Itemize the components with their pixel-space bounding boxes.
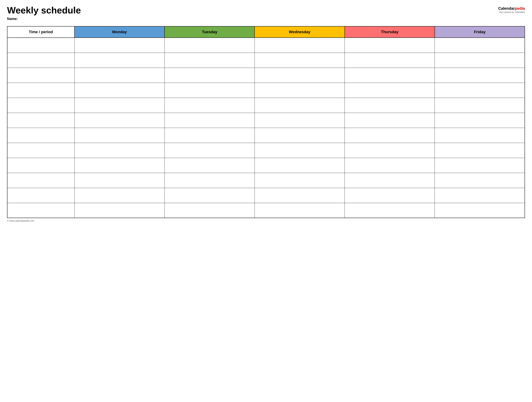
table-cell[interactable] <box>435 98 525 113</box>
table-cell[interactable] <box>75 98 165 113</box>
table-cell[interactable] <box>165 188 254 203</box>
table-cell[interactable] <box>165 143 254 158</box>
table-cell[interactable] <box>75 68 165 83</box>
name-label: Name: <box>7 17 81 21</box>
table-row <box>7 173 525 188</box>
table-cell[interactable] <box>165 53 254 68</box>
logo-container: Calendarpedia Your source for calendars <box>498 6 525 13</box>
table-cell[interactable] <box>254 113 345 128</box>
table-cell[interactable] <box>7 83 75 98</box>
table-cell[interactable] <box>75 188 165 203</box>
table-cell[interactable] <box>7 203 75 218</box>
table-row <box>7 113 525 128</box>
table-cell[interactable] <box>75 143 165 158</box>
table-cell[interactable] <box>75 128 165 143</box>
table-cell[interactable] <box>75 38 165 53</box>
table-row <box>7 128 525 143</box>
table-row <box>7 98 525 113</box>
footer-text: © www.calendarpedia.com <box>7 220 34 222</box>
col-header-monday: Monday <box>75 26 165 38</box>
table-cell[interactable] <box>345 203 435 218</box>
table-cell[interactable] <box>165 203 254 218</box>
table-cell[interactable] <box>165 68 254 83</box>
table-cell[interactable] <box>435 203 525 218</box>
table-body <box>7 38 525 218</box>
table-cell[interactable] <box>165 83 254 98</box>
table-cell[interactable] <box>165 113 254 128</box>
table-cell[interactable] <box>7 128 75 143</box>
table-row <box>7 158 525 173</box>
table-cell[interactable] <box>254 173 345 188</box>
table-cell[interactable] <box>345 53 435 68</box>
col-header-tuesday: Tuesday <box>165 26 254 38</box>
table-cell[interactable] <box>435 188 525 203</box>
logo-tagline: Your source for calendars <box>499 11 525 13</box>
table-cell[interactable] <box>7 173 75 188</box>
title-section: Weekly schedule Name: <box>7 5 81 24</box>
table-cell[interactable] <box>254 128 345 143</box>
table-row <box>7 143 525 158</box>
table-cell[interactable] <box>435 113 525 128</box>
table-cell[interactable] <box>435 68 525 83</box>
table-cell[interactable] <box>254 98 345 113</box>
table-cell[interactable] <box>345 83 435 98</box>
table-row <box>7 68 525 83</box>
table-cell[interactable] <box>75 83 165 98</box>
table-cell[interactable] <box>165 38 254 53</box>
table-cell[interactable] <box>254 68 345 83</box>
table-cell[interactable] <box>7 98 75 113</box>
table-cell[interactable] <box>75 53 165 68</box>
page-header: Weekly schedule Name: Calendarpedia Your… <box>7 5 525 24</box>
logo-part1: Calendar <box>498 6 515 11</box>
table-cell[interactable] <box>165 173 254 188</box>
table-cell[interactable] <box>254 203 345 218</box>
table-cell[interactable] <box>345 188 435 203</box>
table-cell[interactable] <box>345 173 435 188</box>
table-cell[interactable] <box>435 83 525 98</box>
table-cell[interactable] <box>75 173 165 188</box>
table-cell[interactable] <box>7 53 75 68</box>
table-cell[interactable] <box>165 98 254 113</box>
table-cell[interactable] <box>7 68 75 83</box>
table-cell[interactable] <box>75 113 165 128</box>
table-cell[interactable] <box>435 38 525 53</box>
schedule-table: Time / period Monday Tuesday Wednesday T… <box>7 26 525 218</box>
logo-text: Calendarpedia <box>498 6 525 11</box>
table-cell[interactable] <box>435 158 525 173</box>
table-row <box>7 83 525 98</box>
table-header-row: Time / period Monday Tuesday Wednesday T… <box>7 26 525 38</box>
table-cell[interactable] <box>345 38 435 53</box>
table-cell[interactable] <box>345 158 435 173</box>
logo-part2: pedia <box>515 6 525 11</box>
col-header-thursday: Thursday <box>345 26 435 38</box>
table-cell[interactable] <box>435 143 525 158</box>
table-cell[interactable] <box>435 53 525 68</box>
table-cell[interactable] <box>345 98 435 113</box>
table-cell[interactable] <box>345 128 435 143</box>
table-cell[interactable] <box>254 188 345 203</box>
page-title: Weekly schedule <box>7 5 81 15</box>
table-cell[interactable] <box>7 188 75 203</box>
table-cell[interactable] <box>7 158 75 173</box>
table-cell[interactable] <box>254 53 345 68</box>
table-cell[interactable] <box>165 128 254 143</box>
table-cell[interactable] <box>345 113 435 128</box>
table-cell[interactable] <box>345 68 435 83</box>
table-cell[interactable] <box>254 83 345 98</box>
table-row <box>7 188 525 203</box>
table-cell[interactable] <box>345 143 435 158</box>
table-cell[interactable] <box>435 173 525 188</box>
table-row <box>7 203 525 218</box>
table-cell[interactable] <box>254 158 345 173</box>
col-header-friday: Friday <box>435 26 525 38</box>
table-cell[interactable] <box>254 143 345 158</box>
table-cell[interactable] <box>435 128 525 143</box>
table-cell[interactable] <box>7 38 75 53</box>
table-row <box>7 53 525 68</box>
table-cell[interactable] <box>165 158 254 173</box>
table-cell[interactable] <box>7 113 75 128</box>
table-cell[interactable] <box>254 38 345 53</box>
table-cell[interactable] <box>75 158 165 173</box>
table-cell[interactable] <box>75 203 165 218</box>
table-cell[interactable] <box>7 143 75 158</box>
